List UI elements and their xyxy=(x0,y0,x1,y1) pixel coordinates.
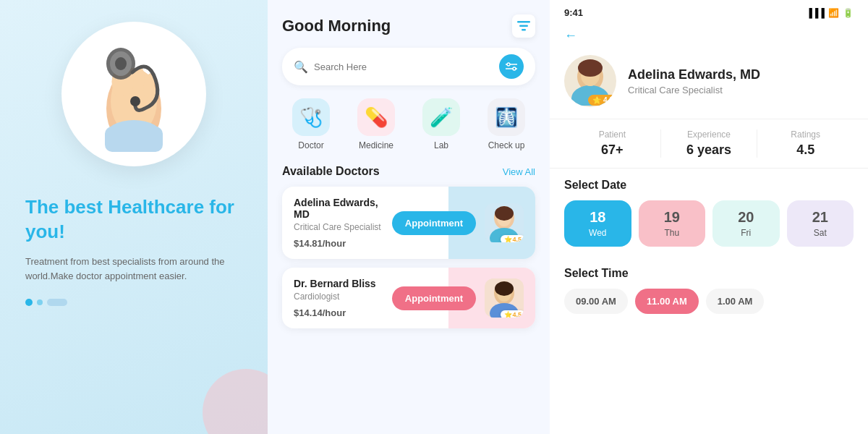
doctor-1-price: $14.81/hour xyxy=(294,238,383,249)
stat-experience-label: Experience xyxy=(661,129,757,140)
hero-title-normal: The best xyxy=(25,196,108,218)
profile-info: Adelina Edwards, MD Critical Care Specia… xyxy=(628,67,760,95)
right-panel: 9:41 ▐▐▐ 📶 🔋 ← ⭐ 4.5 Adelina Edwards, MD… xyxy=(550,0,868,434)
doctor-icon: 🩺 xyxy=(292,98,330,136)
date-row: 18 Wed 19 Thu 20 Fri 21 Sat xyxy=(564,200,854,247)
svg-rect-3 xyxy=(105,127,163,152)
date-18-day: Wed xyxy=(570,228,626,238)
profile-name: Adelina Edwards, MD xyxy=(628,67,760,82)
date-21[interactable]: 21 Sat xyxy=(787,200,854,247)
greeting-title: Good Morning xyxy=(282,17,391,35)
profile-avatar: ⭐ 4.5 xyxy=(564,55,616,107)
left-panel: The best Healthcare for you! Treatment f… xyxy=(0,0,268,434)
dot-3 xyxy=(47,299,67,306)
doctor-card-1: Adelina Edwards, MD Critical Care Specia… xyxy=(282,187,535,259)
wifi-icon: 📶 xyxy=(828,8,839,18)
time-row: 09.00 AM 11.00 AM 1.00 AM xyxy=(564,289,854,314)
doctor-1-name: Adelina Edwards, MD xyxy=(294,197,383,220)
doctor-2-name: Dr. Bernard Bliss xyxy=(294,278,383,289)
date-18[interactable]: 18 Wed xyxy=(564,200,631,247)
doctor-profile: ⭐ 4.5 Adelina Edwards, MD Critical Care … xyxy=(550,49,868,119)
category-medicine-label: Medicine xyxy=(359,140,393,150)
doctor-2-price: $14.14/hour xyxy=(294,307,383,318)
svg-point-16 xyxy=(513,67,516,70)
hero-title-highlight: Healthcare xyxy=(108,196,204,218)
date-21-day: Sat xyxy=(793,228,848,238)
filter-icon[interactable] xyxy=(512,14,535,38)
svg-point-33 xyxy=(584,79,596,86)
hero-description: Treatment from best specialists from aro… xyxy=(25,255,242,285)
profile-star-badge: ⭐ 4.5 xyxy=(588,95,616,106)
doctor-2-info: Dr. Bernard Bliss Cardiologist $14.14/ho… xyxy=(294,278,383,318)
signal-icon: ▐▐▐ xyxy=(806,8,825,18)
category-doctor[interactable]: 🩺 Doctor xyxy=(292,98,330,150)
available-doctors-header: Available Doctors View All xyxy=(282,165,535,178)
hero-image xyxy=(61,22,206,174)
middle-panel: Good Morning 🔍 🩺 Doctor 💊 Medicine 🧪 Lab… xyxy=(268,0,550,434)
hero-title: The best Healthcare for you! xyxy=(25,195,242,244)
view-all-link[interactable]: View All xyxy=(503,166,535,177)
battery-icon: 🔋 xyxy=(843,8,854,18)
category-checkup[interactable]: 🩻 Check up xyxy=(488,98,525,150)
status-time: 9:41 xyxy=(564,7,583,18)
svg-point-11 xyxy=(130,96,140,106)
doctor-2-avatar: ⭐4.5 xyxy=(485,278,524,318)
dot-active xyxy=(25,299,33,306)
date-20-num: 20 xyxy=(718,209,774,226)
back-button[interactable]: ← xyxy=(550,22,868,49)
stethoscope-circle xyxy=(61,22,206,166)
doctor-2-spec: Cardiologist xyxy=(294,292,383,302)
date-21-num: 21 xyxy=(793,209,848,226)
date-18-num: 18 xyxy=(570,209,626,226)
svg-rect-13 xyxy=(519,25,528,27)
search-bar[interactable]: 🔍 xyxy=(282,48,535,85)
stat-ratings-label: Ratings xyxy=(757,129,854,140)
time-1100[interactable]: 11.00 AM xyxy=(635,289,699,314)
select-date-section: Select Date 18 Wed 19 Thu 20 Fri 21 Sat xyxy=(550,169,868,257)
categories-row: 🩺 Doctor 💊 Medicine 🧪 Lab 🩻 Check up xyxy=(282,98,535,150)
filter-button[interactable] xyxy=(499,54,524,79)
date-20-day: Fri xyxy=(718,228,774,238)
profile-spec: Critical Care Specialist xyxy=(628,85,760,95)
stats-row: Patient 67+ Experience 6 years Ratings 4… xyxy=(550,119,868,169)
appointment-button-1[interactable]: Appointment xyxy=(392,211,476,235)
appointment-button-2[interactable]: Appointment xyxy=(392,286,476,310)
date-19[interactable]: 19 Thu xyxy=(639,200,706,247)
category-lab[interactable]: 🧪 Lab xyxy=(422,98,460,150)
pagination-dots xyxy=(25,299,242,306)
date-20[interactable]: 20 Fri xyxy=(712,200,780,247)
decorative-blob xyxy=(203,369,268,434)
stat-ratings-value: 4.5 xyxy=(757,142,854,158)
doctor-card-2: Dr. Bernard Bliss Cardiologist $14.14/ho… xyxy=(282,268,535,328)
hero-text: The best Healthcare for you! Treatment f… xyxy=(25,195,242,306)
medicine-icon: 💊 xyxy=(357,98,395,136)
time-0900[interactable]: 09.00 AM xyxy=(564,289,628,314)
stat-ratings: Ratings 4.5 xyxy=(757,129,854,158)
svg-point-28 xyxy=(495,281,514,296)
svg-point-24 xyxy=(495,206,514,221)
date-19-day: Thu xyxy=(644,228,700,238)
stat-experience: Experience 6 years xyxy=(661,129,758,158)
category-doctor-label: Doctor xyxy=(298,140,323,150)
lab-icon: 🧪 xyxy=(422,98,460,136)
status-icons: ▐▐▐ 📶 🔋 xyxy=(806,8,854,18)
doctor-1-avatar: ⭐4.5 xyxy=(485,203,524,242)
category-checkup-label: Check up xyxy=(488,140,525,150)
category-medicine[interactable]: 💊 Medicine xyxy=(357,98,395,150)
stat-experience-value: 6 years xyxy=(661,142,757,158)
svg-point-15 xyxy=(507,63,510,66)
stat-patient-value: 67+ xyxy=(564,142,660,158)
doctor-1-spec: Critical Care Specialist xyxy=(294,222,383,232)
stat-patient-label: Patient xyxy=(564,129,660,140)
select-time-title: Select Time xyxy=(564,267,854,280)
select-date-title: Select Date xyxy=(564,179,854,192)
svg-point-32 xyxy=(578,59,603,77)
doctor-1-rating: ⭐4.5 xyxy=(501,235,524,242)
svg-rect-14 xyxy=(522,29,526,31)
stat-patient: Patient 67+ xyxy=(564,129,661,158)
search-input[interactable] xyxy=(314,61,499,72)
checkup-icon: 🩻 xyxy=(488,98,525,136)
date-19-num: 19 xyxy=(644,209,700,226)
time-0100[interactable]: 1.00 AM xyxy=(706,289,765,314)
category-lab-label: Lab xyxy=(434,140,448,150)
